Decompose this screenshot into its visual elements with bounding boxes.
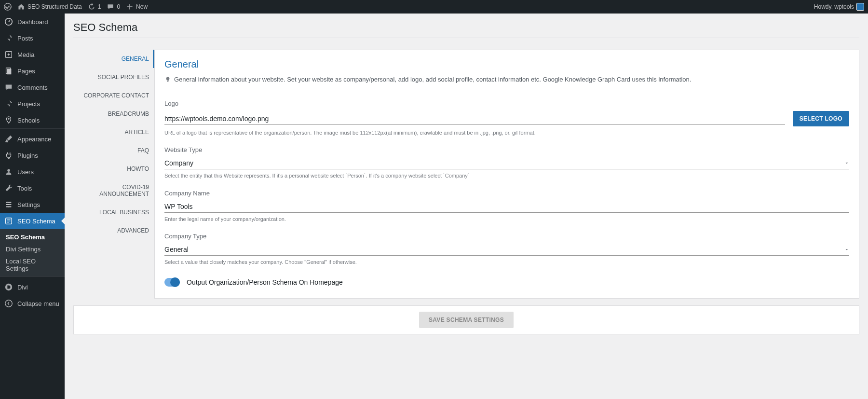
logo-input[interactable] xyxy=(164,113,785,125)
sidebar-item-label: Pages xyxy=(17,68,35,75)
submenu-item-seo-schema[interactable]: SEO Schema xyxy=(0,231,65,243)
wp-logo[interactable] xyxy=(4,3,12,11)
comments-count: 0 xyxy=(117,3,120,10)
submenu-item-local-seo-settings[interactable]: Local SEO Settings xyxy=(0,255,65,275)
admin-sidebar: DashboardPostsMediaPagesCommentsProjects… xyxy=(0,14,65,399)
sidebar-item-label: Divi xyxy=(17,284,28,291)
sidebar-item-schools[interactable]: Schools xyxy=(0,112,65,128)
sidebar-item-label: Comments xyxy=(17,84,48,91)
sidebar-item-label: Posts xyxy=(17,35,33,42)
wrench-icon xyxy=(4,183,14,193)
main-content: SEO Schema GENERALSOCIAL PROFILESCORPORA… xyxy=(65,14,868,399)
sidebar-item-label: Appearance xyxy=(17,136,51,143)
company-type-value: General xyxy=(164,246,189,253)
plus-icon xyxy=(126,3,134,11)
sidebar-item-label: Collapse menu xyxy=(17,300,59,307)
tab-local-business[interactable]: LOCAL BUSINESS xyxy=(73,203,154,221)
panel-hint: General information about your website. … xyxy=(164,76,849,90)
chevron-down-icon xyxy=(844,247,849,252)
sidebar-item-media[interactable]: Media xyxy=(0,46,65,63)
select-logo-button[interactable]: SELECT LOGO xyxy=(793,111,849,126)
sidebar-item-projects[interactable]: Projects xyxy=(0,96,65,112)
output-schema-toggle[interactable] xyxy=(164,278,180,287)
sidebar-item-label: Settings xyxy=(17,201,40,208)
sidebar-item-collapse-menu[interactable]: Collapse menu xyxy=(0,295,65,312)
user-greeting[interactable]: Howdy, wptools xyxy=(814,3,864,11)
logo-field: Logo SELECT LOGO URL of a logo that is r… xyxy=(164,100,849,137)
website-type-help: Select the entity that this Website repr… xyxy=(164,172,849,179)
media-icon xyxy=(4,50,14,59)
updates-count: 1 xyxy=(98,3,101,10)
submenu-item-divi-settings[interactable]: Divi Settings xyxy=(0,243,65,255)
pin-icon xyxy=(4,99,14,109)
sidebar-item-comments[interactable]: Comments xyxy=(0,79,65,96)
updates-icon xyxy=(88,3,95,11)
settings-panel: General General information about your w… xyxy=(154,50,859,299)
company-type-field: Company Type General Select a value that… xyxy=(164,233,849,266)
tab-corporate-contact[interactable]: CORPORATE CONTACT xyxy=(73,86,154,105)
sidebar-item-divi[interactable]: Divi xyxy=(0,279,65,295)
settings-tabs: GENERALSOCIAL PROFILESCORPORATE CONTACTB… xyxy=(73,50,154,299)
sidebar-item-label: SEO Schema xyxy=(17,218,55,225)
logo-label: Logo xyxy=(164,100,849,107)
sidebar-item-plugins[interactable]: Plugins xyxy=(0,147,65,164)
comment-icon xyxy=(4,83,14,92)
page-title: SEO Schema xyxy=(73,21,859,34)
marker-icon xyxy=(4,115,14,125)
pin-icon xyxy=(4,33,14,43)
sidebar-item-settings[interactable]: Settings xyxy=(0,196,65,213)
brush-icon xyxy=(4,134,14,144)
company-type-help: Select a value that closely matches your… xyxy=(164,259,849,266)
tab-advanced[interactable]: ADVANCED xyxy=(73,221,154,240)
sidebar-item-dashboard[interactable]: Dashboard xyxy=(0,14,65,30)
schema-icon xyxy=(4,216,14,226)
tab-howto[interactable]: HOWTO xyxy=(73,160,154,178)
site-name[interactable]: SEO Structured Data xyxy=(17,3,82,11)
user-icon xyxy=(4,167,14,177)
chevron-down-icon xyxy=(844,161,849,165)
tab-article[interactable]: ARTICLE xyxy=(73,123,154,141)
settings-icon xyxy=(4,200,14,209)
sidebar-item-label: Schools xyxy=(17,117,40,124)
updates[interactable]: 1 xyxy=(88,3,101,11)
sidebar-item-users[interactable]: Users xyxy=(0,164,65,180)
sidebar-item-label: Plugins xyxy=(17,152,38,159)
new-content[interactable]: New xyxy=(126,3,148,11)
output-schema-label: Output Organization/Person Schema On Hom… xyxy=(187,278,343,286)
wordpress-icon xyxy=(4,3,12,11)
collapse-icon xyxy=(4,299,14,308)
website-type-select[interactable]: Company xyxy=(164,157,849,169)
company-type-select[interactable]: General xyxy=(164,244,849,256)
company-name-input[interactable] xyxy=(164,201,849,213)
tab-breadcrumb[interactable]: BREADCRUMB xyxy=(73,105,154,123)
sidebar-item-pages[interactable]: Pages xyxy=(0,63,65,79)
sidebar-item-label: Projects xyxy=(17,100,40,108)
sidebar-item-label: Dashboard xyxy=(17,18,48,26)
save-schema-button[interactable]: SAVE SCHEMA SETTINGS xyxy=(419,312,514,328)
tab-general[interactable]: GENERAL xyxy=(73,50,154,68)
comments-bar[interactable]: 0 xyxy=(107,3,120,11)
save-bar: SAVE SCHEMA SETTINGS xyxy=(73,305,859,334)
sidebar-item-label: Tools xyxy=(17,185,32,192)
logo-help: URL of a logo that is representative of … xyxy=(164,129,849,137)
comment-icon xyxy=(107,3,114,11)
sidebar-item-tools[interactable]: Tools xyxy=(0,180,65,196)
website-type-field: Website Type Company Select the entity t… xyxy=(164,146,849,179)
website-type-label: Website Type xyxy=(164,146,849,153)
sidebar-item-posts[interactable]: Posts xyxy=(0,30,65,46)
dashboard-icon xyxy=(4,17,14,27)
company-type-label: Company Type xyxy=(164,233,849,240)
tab-covid-19-announcement[interactable]: COVID-19 ANNOUNCEMENT xyxy=(73,178,154,203)
panel-title: General xyxy=(164,59,849,70)
sidebar-item-label: Users xyxy=(17,168,34,176)
tab-faq[interactable]: FAQ xyxy=(73,141,154,160)
title-divider xyxy=(73,38,859,38)
divi-icon xyxy=(4,282,14,292)
panel-hint-text: General information about your website. … xyxy=(174,76,691,83)
company-name-field: Company Name Enter the legal name of you… xyxy=(164,190,849,223)
admin-bar: SEO Structured Data 1 0 New Howdy, wptoo… xyxy=(0,0,868,14)
tab-social-profiles[interactable]: SOCIAL PROFILES xyxy=(73,68,154,86)
avatar xyxy=(856,3,864,11)
sidebar-item-seo-schema[interactable]: SEO Schema xyxy=(0,213,65,229)
sidebar-item-appearance[interactable]: Appearance xyxy=(0,131,65,147)
